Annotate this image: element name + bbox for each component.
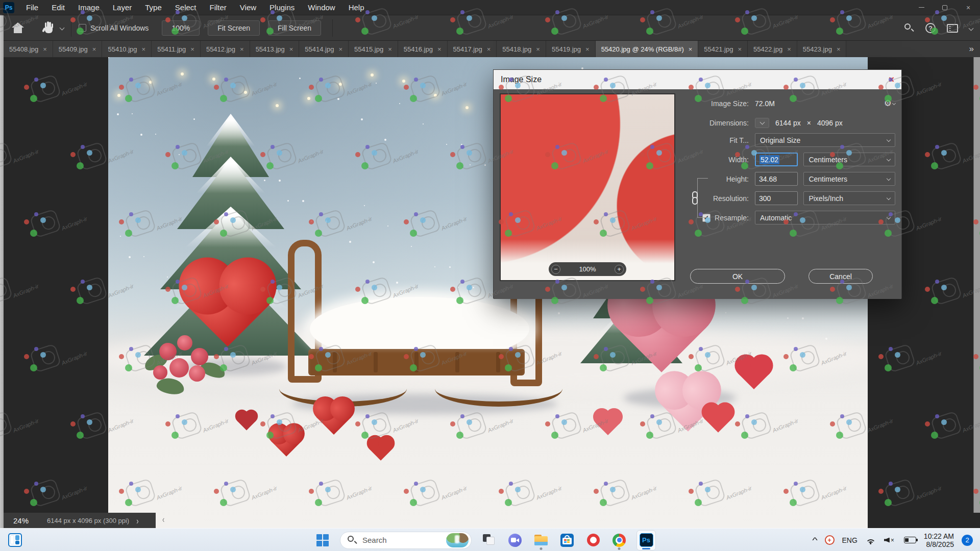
menu-type[interactable]: Type xyxy=(138,0,168,15)
tab-close-icon[interactable]: × xyxy=(338,45,342,53)
dialog-close-icon[interactable]: × xyxy=(889,74,894,85)
scroll-all-windows-checkbox[interactable] xyxy=(79,24,86,32)
language-indicator[interactable]: ENG xyxy=(842,536,857,544)
height-unit-select[interactable]: Centimeters xyxy=(803,172,895,186)
workspace-icon[interactable] xyxy=(947,24,958,33)
document-tab[interactable]: 55422.jpg× xyxy=(748,41,797,57)
preview-zoom-out-button[interactable]: − xyxy=(551,265,560,274)
taskbar-search[interactable]: Search xyxy=(340,532,472,549)
dimensions-chevron[interactable] xyxy=(755,118,769,128)
tray-expand-icon[interactable]: ^ xyxy=(813,536,818,544)
minimize-button[interactable] xyxy=(910,0,933,15)
preview-zoom-in-button[interactable]: + xyxy=(615,265,624,274)
document-tab[interactable]: 55410.jpg× xyxy=(102,41,152,57)
tab-close-icon[interactable]: × xyxy=(289,45,293,53)
width-input[interactable]: 52.02 xyxy=(755,153,798,166)
menu-file[interactable]: File xyxy=(19,0,45,15)
tab-close-icon[interactable]: × xyxy=(536,45,540,53)
task-view-icon[interactable] xyxy=(480,530,498,550)
zoom-level[interactable]: 24% xyxy=(13,516,29,525)
document-tab[interactable]: 55413.jpg× xyxy=(250,41,300,57)
document-tab[interactable]: 55412.jpg× xyxy=(201,41,250,57)
resolution-unit-select[interactable]: Pixels/Inch xyxy=(803,191,895,205)
fit-screen-button[interactable]: Fit Screen xyxy=(208,20,260,36)
tab-close-icon[interactable]: × xyxy=(738,45,742,53)
tab-close-icon[interactable]: × xyxy=(388,45,392,53)
search-highlight-image[interactable] xyxy=(446,533,469,547)
start-button[interactable] xyxy=(314,530,331,550)
tab-close-icon[interactable]: × xyxy=(437,45,442,53)
tab-overflow-icon[interactable]: » xyxy=(963,41,980,57)
menu-window[interactable]: Window xyxy=(301,0,341,15)
tab-close-icon[interactable]: × xyxy=(689,45,693,53)
menu-edit[interactable]: Edit xyxy=(45,0,71,15)
file-explorer-icon[interactable] xyxy=(532,530,550,550)
document-tab[interactable]: 55411.jpg× xyxy=(152,41,201,57)
menu-filter[interactable]: Filter xyxy=(203,0,233,15)
workspace-chevron-icon[interactable] xyxy=(969,26,974,31)
tab-close-icon[interactable]: × xyxy=(787,45,791,53)
document-tab[interactable]: 55409.jpg× xyxy=(53,41,103,57)
menu-help[interactable]: Help xyxy=(342,0,371,15)
menu-view[interactable]: View xyxy=(233,0,263,15)
menu-image[interactable]: Image xyxy=(71,0,106,15)
collapsed-panel-strip[interactable] xyxy=(0,15,4,528)
fill-screen-button[interactable]: Fill Screen xyxy=(268,20,321,36)
document-tab[interactable]: 55418.jpg× xyxy=(497,41,546,57)
battery-icon[interactable] xyxy=(904,537,916,543)
hand-tool-icon[interactable] xyxy=(43,21,55,35)
document-tab[interactable]: 55423.jpg× xyxy=(797,41,847,57)
ok-button[interactable]: OK xyxy=(690,269,785,284)
menu-plugins[interactable]: Plugins xyxy=(263,0,301,15)
resample-select[interactable]: Automatic xyxy=(755,211,895,224)
menu-select[interactable]: Select xyxy=(168,0,203,15)
notification-badge[interactable]: 2 xyxy=(962,535,973,546)
microsoft-store-icon[interactable] xyxy=(558,530,576,550)
help-icon[interactable]: ? xyxy=(925,23,936,33)
cancel-button[interactable]: Cancel xyxy=(808,269,873,284)
tab-close-icon[interactable]: × xyxy=(43,45,47,53)
tab-close-icon[interactable]: × xyxy=(190,45,194,53)
menu-layer[interactable]: Layer xyxy=(106,0,139,15)
tool-preset-chevron-icon[interactable] xyxy=(60,26,65,31)
clock[interactable]: 10:22 AM 8/8/2025 xyxy=(924,532,954,548)
fit-to-select[interactable]: Original Size xyxy=(755,133,895,147)
document-tab[interactable]: 55416.jpg× xyxy=(398,41,448,57)
document-tab[interactable]: 55414.jpg× xyxy=(299,41,349,57)
scroll-left-icon[interactable]: ‹ xyxy=(162,514,164,524)
wifi-icon[interactable] xyxy=(865,536,876,545)
document-tab[interactable]: 55421.jpg× xyxy=(698,41,748,57)
height-input[interactable]: 34.68 xyxy=(755,172,798,186)
document-tab[interactable]: 55417.jpg× xyxy=(448,41,497,57)
tab-close-icon[interactable]: × xyxy=(487,45,491,53)
tab-close-icon[interactable]: × xyxy=(585,45,590,53)
vertical-scrollbar[interactable] xyxy=(973,57,980,513)
tab-close-icon[interactable]: × xyxy=(92,45,96,53)
home-icon[interactable] xyxy=(11,21,24,35)
zoom-100-button[interactable]: 100% xyxy=(162,20,200,36)
resolution-input[interactable]: 300 xyxy=(755,191,798,205)
dialog-titlebar[interactable]: Image Size × xyxy=(494,70,901,89)
search-icon[interactable] xyxy=(904,23,914,33)
volume-muted-icon[interactable]: × xyxy=(884,536,896,545)
close-button[interactable]: × xyxy=(957,0,980,15)
opera-icon[interactable] xyxy=(584,530,602,550)
document-tab-active[interactable]: 55420.jpg @ 24% (RGB/8#)× xyxy=(596,41,699,57)
chat-icon[interactable] xyxy=(506,530,524,550)
maximize-button[interactable] xyxy=(933,0,957,15)
document-tab[interactable]: 55415.jpg× xyxy=(349,41,398,57)
link-dimensions-icon[interactable] xyxy=(692,191,698,205)
document-tab[interactable]: 55419.jpg× xyxy=(546,41,596,57)
widgets-icon[interactable] xyxy=(8,533,22,547)
tab-close-icon[interactable]: × xyxy=(837,45,841,53)
photoshop-taskbar-icon[interactable]: Ps xyxy=(636,530,656,550)
document-tab[interactable]: 55408.jpg× xyxy=(4,41,53,57)
tab-close-icon[interactable]: × xyxy=(142,45,146,53)
gear-icon[interactable]: ⚙ xyxy=(884,98,895,109)
status-chevron-icon[interactable]: › xyxy=(136,515,138,526)
tab-close-icon[interactable]: × xyxy=(240,45,244,53)
chrome-icon[interactable] xyxy=(610,530,628,550)
recorder-tray-icon[interactable]: + xyxy=(825,535,835,545)
image-size-preview[interactable]: − 100% + xyxy=(500,93,675,281)
width-unit-select[interactable]: Centimeters xyxy=(803,153,895,166)
